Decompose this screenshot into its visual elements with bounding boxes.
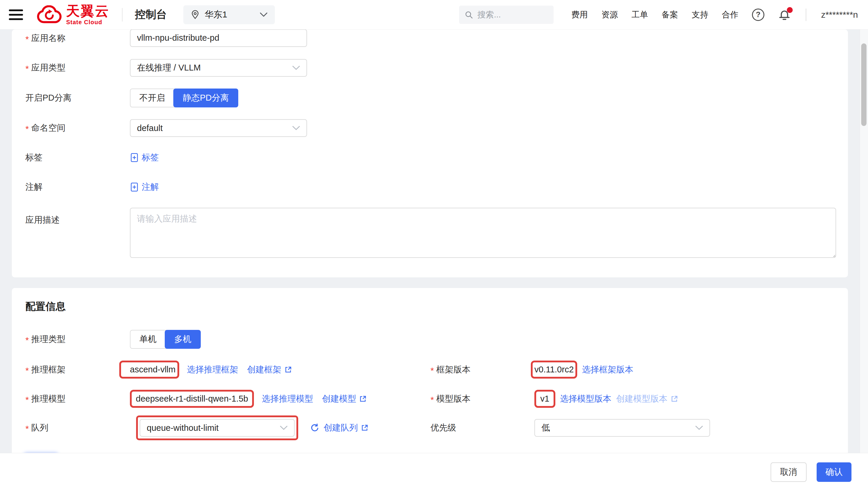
annotation-box: queue-without-limit [136,415,298,440]
nav-item-billing[interactable]: 费用 [571,9,588,20]
multi-node-button[interactable]: 多机 [165,330,201,349]
priority-label: 优先级 [425,419,534,437]
external-link-icon [359,395,367,403]
add-tag-link[interactable]: 标签 [130,152,159,164]
brand-logo: 天翼云 State Cloud [37,4,110,25]
framework-row: 推理框架 ascend-vllm 选择推理框架 创建框架 框架版本 v0.11. [12,360,848,379]
external-link-icon [671,395,678,403]
select-model-text: 选择推理模型 [261,393,313,405]
config-section-title: 配置信息 [12,300,848,313]
select-model-version-text: 选择模型版本 [560,393,611,405]
namespace-row: 命名空间 default [12,119,848,137]
basic-info-card: 应用名称 应用类型 在线推理 / VLLM 开启PD分离 不开启 [12,30,848,277]
queue-label: 队列 [12,419,130,437]
description-label: 应用描述 [12,211,130,229]
pd-off-button[interactable]: 不开启 [131,89,174,107]
app-name-label: 应用名称 [12,30,130,47]
chevron-down-icon [292,126,300,131]
hamburger-menu-icon[interactable] [9,9,23,20]
priority-value: 低 [541,422,550,434]
region-selector[interactable]: 华东1 [183,5,275,24]
annotation-box: v1 [534,390,555,408]
pd-separation-row: 开启PD分离 不开启 静态PD分离 [12,88,848,107]
add-annotation-link[interactable]: 注解 [130,181,159,193]
global-search [459,6,554,24]
model-value: deepseek-r1-distill-qwen-1.5b [136,394,248,404]
tags-label: 标签 [12,149,130,167]
refresh-icon[interactable] [310,423,319,433]
external-link-icon [361,424,368,432]
create-queue-link[interactable]: 创建队列 [324,422,368,434]
scrollbar-track[interactable] [860,30,868,453]
create-model-version-text: 创建模型版本 [616,393,668,405]
queue-row: 队列 queue-without-limit 创建队列 [12,415,848,440]
nav-item-support[interactable]: 支持 [692,9,708,20]
create-model-version-link[interactable]: 创建模型版本 [616,393,678,405]
inference-type-row: 推理类型 单机 多机 [12,330,848,349]
select-framework-version-link[interactable]: 选择框架版本 [582,364,633,376]
create-model-text: 创建模型 [322,393,356,405]
description-textarea[interactable] [130,208,836,258]
add-annotation-text: 注解 [142,181,159,193]
notification-badge [787,7,793,13]
annotation-box: v0.11.0rc2 [531,360,577,379]
single-node-button[interactable]: 单机 [131,330,165,348]
help-icon[interactable] [752,8,764,21]
namespace-select[interactable]: default [130,119,307,137]
framework-version-label: 框架版本 [425,361,534,379]
select-framework-text: 选择推理框架 [187,364,238,376]
model-row: 推理模型 deepseek-r1-distill-qwen-1.5b 选择推理模… [12,390,848,408]
create-framework-link[interactable]: 创建框架 [247,364,292,376]
logo-title: 天翼云 [66,4,110,18]
scrollbar-thumb[interactable] [861,44,867,126]
namespace-value: default [137,123,163,133]
framework-label: 推理框架 [12,361,130,379]
app-type-select[interactable]: 在线推理 / VLLM [130,59,307,77]
select-model-link[interactable]: 选择推理模型 [261,393,313,405]
pd-static-button[interactable]: 静态PD分离 [173,88,238,107]
priority-select[interactable]: 低 [534,419,710,437]
framework-value: ascend-vllm [130,365,176,374]
location-pin-icon [190,10,200,20]
inference-type-toggle: 单机 多机 [130,330,201,349]
create-framework-text: 创建框架 [247,364,281,376]
queue-value: queue-without-limit [147,423,219,433]
model-label: 推理模型 [12,390,130,408]
create-queue-text: 创建队列 [324,422,358,434]
chevron-down-icon [695,426,703,430]
select-model-version-link[interactable]: 选择模型版本 [560,393,611,405]
queue-select[interactable]: queue-without-limit [140,419,295,437]
annotation-box: deepseek-r1-distill-qwen-1.5b [130,390,254,408]
annotations-label: 注解 [12,178,130,196]
nav-item-tickets[interactable]: 工单 [632,9,648,20]
annotation-box: ascend-vllm [119,360,179,379]
select-framework-link[interactable]: 选择推理框架 [187,364,238,376]
select-framework-version-text: 选择框架版本 [582,364,633,376]
nav-item-cooperation[interactable]: 合作 [722,9,738,20]
annotations-row: 注解 注解 [12,178,848,196]
app-type-label: 应用类型 [12,59,130,77]
chevron-down-icon [292,65,300,70]
nav-item-resources[interactable]: 资源 [601,9,618,20]
create-model-link[interactable]: 创建模型 [322,393,367,405]
app-name-input[interactable] [130,30,307,47]
confirm-button[interactable]: 确认 [817,462,851,482]
pd-separation-toggle: 不开启 静态PD分离 [130,88,238,107]
nav-item-filing[interactable]: 备案 [662,9,678,20]
inference-type-label: 推理类型 [12,330,130,348]
console-title[interactable]: 控制台 [135,7,167,22]
description-row: 应用描述 [12,208,848,258]
model-version-label: 模型版本 [425,390,534,408]
tags-row: 标签 标签 [12,149,848,167]
doc-plus-icon [130,182,139,192]
cancel-button[interactable]: 取消 [771,462,807,482]
notification-bell-icon[interactable] [778,8,791,21]
namespace-label: 命名空间 [12,119,130,137]
chevron-down-icon [259,12,268,17]
region-label: 华东1 [204,8,227,21]
model-version-value: v1 [540,394,550,404]
footer-action-bar: 取消 确认 [0,453,868,491]
search-input[interactable] [477,10,548,20]
app-type-value: 在线推理 / VLLM [137,62,201,74]
username[interactable]: z********n [821,10,858,20]
